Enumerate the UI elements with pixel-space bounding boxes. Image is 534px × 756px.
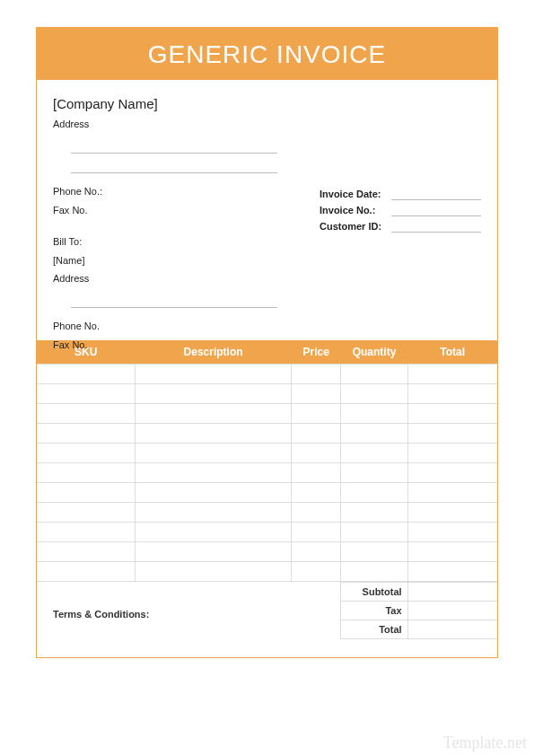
cell-desc[interactable] (135, 404, 291, 424)
invoice-date-label: Invoice Date: (320, 189, 391, 199)
cell-sku[interactable] (37, 562, 135, 582)
cell-price[interactable] (292, 463, 341, 483)
cell-qty[interactable] (341, 483, 408, 503)
cell-total[interactable] (407, 562, 497, 582)
subtotal-row: Subtotal (340, 582, 497, 602)
cell-desc[interactable] (135, 523, 291, 542)
cell-total[interactable] (407, 424, 497, 444)
cell-qty[interactable] (341, 444, 408, 463)
cell-total[interactable] (407, 542, 497, 562)
cell-total[interactable] (407, 444, 497, 463)
cell-price[interactable] (292, 503, 341, 523)
cell-price[interactable] (292, 444, 341, 463)
page-title: GENERIC INVOICE (37, 28, 497, 80)
cell-total[interactable] (407, 365, 497, 384)
invoice-no-label: Invoice No.: (320, 205, 391, 215)
cell-qty[interactable] (341, 562, 408, 582)
billto-name: [Name] (53, 251, 322, 270)
invoice-no-field[interactable] (391, 204, 481, 216)
subtotal-value[interactable] (408, 583, 497, 601)
cell-price[interactable] (292, 523, 341, 542)
cell-total[interactable] (407, 523, 497, 542)
tax-row: Tax (340, 602, 497, 620)
cell-price[interactable] (292, 483, 341, 503)
footer-area: Terms & Conditions: Subtotal Tax Total (37, 582, 497, 657)
cell-sku[interactable] (37, 444, 135, 463)
cell-sku[interactable] (37, 463, 135, 483)
table-row (37, 463, 497, 483)
total-value[interactable] (408, 620, 497, 638)
watermark: Template.net (443, 734, 527, 752)
table-row (37, 384, 497, 404)
cell-sku[interactable] (37, 365, 135, 384)
table-row (37, 503, 497, 523)
table-row (37, 483, 497, 503)
cell-qty[interactable] (341, 503, 408, 523)
cell-sku[interactable] (37, 404, 135, 424)
table-row (37, 542, 497, 562)
customer-id-label: Customer ID: (320, 221, 391, 232)
cell-total[interactable] (407, 384, 497, 404)
company-address-lines (53, 139, 322, 173)
cell-qty[interactable] (341, 365, 408, 384)
cell-desc[interactable] (135, 503, 291, 523)
invoice-no-row: Invoice No.: (320, 204, 481, 216)
cell-total[interactable] (407, 404, 497, 424)
address-line[interactable] (71, 159, 277, 173)
cell-sku[interactable] (37, 503, 135, 523)
table-row (37, 404, 497, 424)
col-total: Total (407, 340, 497, 365)
cell-qty[interactable] (341, 384, 408, 404)
address-line[interactable] (71, 139, 277, 154)
billto-address-lines (53, 294, 322, 308)
cell-desc[interactable] (135, 542, 291, 562)
customer-id-field[interactable] (391, 220, 481, 233)
tax-label: Tax (341, 602, 408, 620)
company-block: [Company Name] Address Phone No.: Fax No… (53, 96, 322, 355)
invoice-date-field[interactable] (391, 188, 481, 200)
cell-qty[interactable] (341, 463, 408, 483)
cell-price[interactable] (292, 424, 341, 444)
billto-fax-label: Fax No. (53, 336, 322, 355)
table-row (37, 365, 497, 384)
cell-price[interactable] (292, 365, 341, 384)
tax-value[interactable] (408, 602, 497, 620)
terms-label: Terms & Conditions: (37, 582, 340, 639)
company-phone-label: Phone No.: (53, 182, 322, 201)
cell-sku[interactable] (37, 483, 135, 503)
cell-desc[interactable] (135, 463, 291, 483)
cell-sku[interactable] (37, 523, 135, 542)
cell-sku[interactable] (37, 424, 135, 444)
company-address-label: Address (53, 115, 322, 134)
cell-qty[interactable] (341, 424, 408, 444)
cell-qty[interactable] (341, 404, 408, 424)
cell-price[interactable] (292, 542, 341, 562)
table-row (37, 424, 497, 444)
table-row (37, 444, 497, 463)
cell-price[interactable] (292, 384, 341, 404)
cell-desc[interactable] (135, 562, 291, 582)
invoice-date-row: Invoice Date: (320, 188, 481, 200)
cell-sku[interactable] (37, 542, 135, 562)
cell-qty[interactable] (341, 542, 408, 562)
cell-price[interactable] (292, 404, 341, 424)
address-line[interactable] (71, 294, 277, 308)
cell-desc[interactable] (135, 483, 291, 503)
cell-total[interactable] (407, 463, 497, 483)
header-block: [Company Name] Address Phone No.: Fax No… (37, 80, 497, 340)
invoice-page: GENERIC INVOICE [Company Name] Address P… (36, 27, 498, 658)
cell-total[interactable] (407, 483, 497, 503)
cell-qty[interactable] (341, 523, 408, 542)
subtotal-label: Subtotal (341, 583, 408, 601)
cell-desc[interactable] (135, 384, 291, 404)
totals-block: Subtotal Tax Total (340, 582, 497, 639)
cell-desc[interactable] (135, 444, 291, 463)
cell-price[interactable] (292, 562, 341, 582)
table-row (37, 562, 497, 582)
total-row: Total (340, 620, 497, 639)
cell-desc[interactable] (135, 424, 291, 444)
cell-total[interactable] (407, 503, 497, 523)
col-quantity: Quantity (341, 340, 408, 365)
cell-desc[interactable] (135, 365, 291, 384)
cell-sku[interactable] (37, 384, 135, 404)
